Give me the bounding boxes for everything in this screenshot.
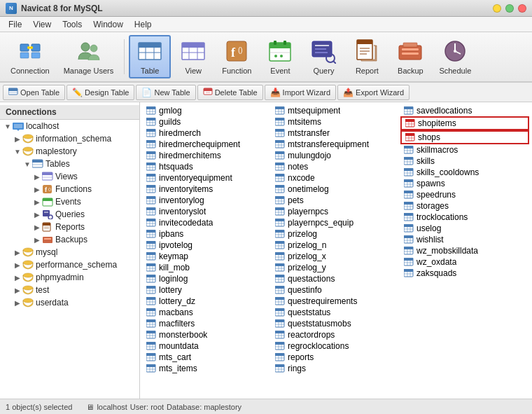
table-entry-skills[interactable]: skills: [400, 156, 529, 167]
table-entry-ipvotelog[interactable]: ipvotelog: [143, 240, 272, 251]
tree-mysql[interactable]: ▶ mysql: [0, 246, 139, 258]
table-entry-queststatus[interactable]: queststatus: [272, 307, 400, 318]
table-entry-htsquads[interactable]: htsquads: [143, 161, 272, 172]
toolbar-schedule[interactable]: Schedule: [433, 35, 477, 78]
table-entry-mtsitems[interactable]: mtsitems: [272, 116, 400, 127]
menu-window[interactable]: Window: [88, 18, 129, 31]
toolbar-connection[interactable]: Connection: [4, 35, 56, 78]
table-entry-prizelog_n[interactable]: prizelog_n: [272, 240, 400, 251]
table-entry-inventorylog[interactable]: inventorylog: [143, 195, 272, 206]
tree-events[interactable]: ▶ Events: [0, 195, 139, 208]
table-entry-reactordrops[interactable]: reactordrops: [272, 329, 400, 340]
tree-test[interactable]: ▶ test: [0, 284, 139, 296]
tree-phpmyadmin[interactable]: ▶ phpmyadmin: [0, 271, 139, 284]
table-entry-mountdata[interactable]: mountdata: [143, 340, 272, 352]
tree-views[interactable]: ▶ Views: [0, 170, 139, 183]
table-entry-hiredmerchitems[interactable]: hiredmerchitems: [143, 150, 272, 161]
toolbar-event[interactable]: Event: [259, 35, 301, 78]
toolbar-query[interactable]: Query: [302, 35, 344, 78]
table-entry-playernpcs[interactable]: playernpcs: [272, 206, 400, 217]
table-entry-mulungdojo[interactable]: mulungdojo: [272, 150, 400, 161]
table-entry-storages[interactable]: storages: [400, 200, 529, 212]
table-entry-invitecodedata[interactable]: invitecodedata: [143, 217, 272, 228]
tree-information-schema[interactable]: ▶ information_schema: [0, 132, 139, 145]
table-entry-questactions[interactable]: questactions: [272, 273, 400, 284]
table-entry-ipbans[interactable]: ipbans: [143, 228, 272, 240]
tree-functions[interactable]: ▶ f() Functions: [0, 183, 139, 195]
table-entry-shopitems[interactable]: shopitems: [400, 116, 529, 130]
open-table-button[interactable]: Open Table: [3, 85, 65, 100]
table-entry-speedruns[interactable]: speedruns: [400, 189, 529, 200]
table-entry-pets[interactable]: pets: [272, 195, 400, 206]
table-entry-monsterbook[interactable]: monsterbook: [143, 329, 272, 340]
table-entry-prizelog_y[interactable]: prizelog_y: [272, 262, 400, 273]
table-entry-macbans[interactable]: macbans: [143, 307, 272, 318]
table-entry-hiredmerch[interactable]: hiredmerch: [143, 127, 272, 139]
export-wizard-button[interactable]: 📤 Export Wizard: [337, 85, 410, 100]
table-entry-savedlocations[interactable]: savedlocations: [400, 105, 529, 116]
toolbar-function[interactable]: f () Function: [216, 35, 258, 78]
table-entry-kill_mob[interactable]: kill_mob: [143, 262, 272, 273]
table-entry-nxcode[interactable]: nxcode: [272, 172, 400, 184]
table-entry-spawns[interactable]: spawns: [400, 178, 529, 189]
table-entry-gmlog[interactable]: gmlog: [143, 105, 272, 116]
toolbar-manage-users[interactable]: Manage Users: [57, 35, 120, 78]
table-entry-notes[interactable]: notes: [272, 161, 400, 172]
table-entry-trocklocations[interactable]: trocklocations: [400, 212, 529, 223]
table-entry-inventoryitems[interactable]: inventoryitems: [143, 184, 272, 195]
table-entry-playernpcs_equip[interactable]: playernpcs_equip: [272, 217, 400, 228]
table-entry-uselog[interactable]: uselog: [400, 223, 529, 234]
minimize-button[interactable]: [493, 4, 501, 13]
table-entry-shops[interactable]: shops: [400, 130, 529, 144]
tree-userdata[interactable]: ▶ userdata: [0, 296, 139, 309]
menu-tools[interactable]: Tools: [57, 18, 88, 31]
table-entry-mtsequipment[interactable]: mtsequipment: [272, 105, 400, 116]
table-entry-inventoryequipment[interactable]: inventoryequipment: [143, 172, 272, 184]
table-entry-mtstransferequipment[interactable]: mtstransferequipment: [272, 139, 400, 150]
tree-reports[interactable]: ▶ Reports: [0, 221, 139, 233]
table-entry-mtstransfer[interactable]: mtstransfer: [272, 127, 400, 139]
table-entry-lottery_dz[interactable]: lottery_dz: [143, 296, 272, 307]
table-entry-inventoryslot[interactable]: inventoryslot: [143, 206, 272, 217]
table-entry-wishlist[interactable]: wishlist: [400, 234, 529, 245]
table-entry-prizelog[interactable]: prizelog: [272, 228, 400, 240]
table-entry-guilds[interactable]: guilds: [143, 116, 272, 127]
menu-view[interactable]: View: [27, 18, 57, 31]
table-entry-queststatusmobs[interactable]: queststatusmobs: [272, 318, 400, 329]
close-button[interactable]: [518, 4, 526, 13]
design-table-button[interactable]: ✏️ Design Table: [66, 85, 134, 100]
table-entry-rings[interactable]: rings: [272, 363, 400, 374]
table-entry-onetimelog[interactable]: onetimelog: [272, 184, 400, 195]
menu-help[interactable]: Help: [129, 18, 158, 31]
table-entry-zaksquads[interactable]: zaksquads: [400, 268, 529, 279]
import-wizard-button[interactable]: 📥 Import Wizard: [265, 85, 336, 100]
table-entry-hiredmerchequipment[interactable]: hiredmerchequipment: [143, 139, 272, 150]
toolbar-table[interactable]: Table: [129, 35, 171, 78]
maximize-button[interactable]: [505, 4, 514, 13]
table-entry-wz_oxdata[interactable]: wz_oxdata: [400, 256, 529, 268]
tree-maplestory[interactable]: ▼ maplestory: [0, 145, 139, 158]
toolbar-view[interactable]: View: [172, 35, 214, 78]
toolbar-backup[interactable]: Backup: [389, 35, 431, 78]
table-entry-loginlog[interactable]: loginlog: [143, 273, 272, 284]
tree-perf-schema[interactable]: ▶ performance_schema: [0, 258, 139, 271]
new-table-button[interactable]: 📄 New Table: [136, 85, 195, 100]
table-entry-prizelog_x[interactable]: prizelog_x: [272, 251, 400, 262]
delete-table-button[interactable]: Delete Table: [197, 85, 263, 100]
menu-file[interactable]: File: [3, 18, 27, 31]
table-entry-macfilters[interactable]: macfilters: [143, 318, 272, 329]
table-entry-regrocklocations[interactable]: regrocklocations: [272, 340, 400, 352]
table-entry-keymap[interactable]: keymap: [143, 251, 272, 262]
table-entry-mts_items[interactable]: mts_items: [143, 363, 272, 374]
table-entry-reports[interactable]: reports: [272, 352, 400, 363]
table-entry-questinfo[interactable]: questinfo: [272, 284, 400, 296]
tree-tables[interactable]: ▼ Tables: [0, 158, 139, 170]
table-entry-skillmacros[interactable]: skillmacros: [400, 144, 529, 156]
table-entry-lottery[interactable]: lottery: [143, 284, 272, 296]
table-entry-mts_cart[interactable]: mts_cart: [143, 352, 272, 363]
tree-backups[interactable]: ▶ Backups: [0, 233, 139, 246]
table-entry-wz_mobskilldata[interactable]: wz_mobskilldata: [400, 245, 529, 256]
tree-queries[interactable]: ▶ Queries: [0, 208, 139, 221]
tree-localhost[interactable]: ▼ localhost: [0, 120, 139, 132]
table-entry-skills_cooldowns[interactable]: skills_cooldowns: [400, 167, 529, 178]
